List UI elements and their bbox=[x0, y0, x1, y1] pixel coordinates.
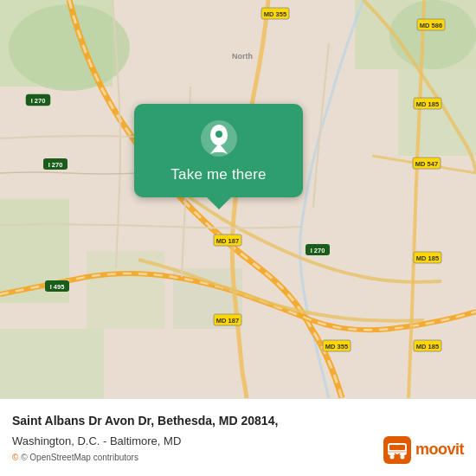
svg-text:MD 355: MD 355 bbox=[264, 10, 286, 18]
take-me-there-popup[interactable]: Take me there bbox=[134, 104, 303, 197]
svg-point-5 bbox=[9, 4, 130, 91]
svg-text:MD 355: MD 355 bbox=[325, 343, 348, 351]
svg-text:MD 185: MD 185 bbox=[416, 343, 439, 351]
svg-text:MD 187: MD 187 bbox=[216, 317, 239, 325]
svg-point-45 bbox=[400, 454, 404, 459]
city-line: Washington, D.C. - Baltimore, MD bbox=[12, 434, 181, 447]
map-container: North MD 355 MD 586 I 270 MD 185 I 270 M… bbox=[0, 0, 476, 398]
osm-credit-text: © OpenStreetMap contributors bbox=[21, 453, 138, 462]
moovit-brand-text: moovit bbox=[415, 441, 464, 459]
osm-credit-container: Washington, D.C. - Baltimore, MD © © Ope… bbox=[12, 433, 181, 464]
bottom-bar: Saint Albans Dr Avon Dr, Bethesda, MD 20… bbox=[0, 398, 476, 476]
map-pin-icon bbox=[200, 119, 238, 158]
svg-point-44 bbox=[389, 454, 394, 459]
svg-text:MD 185: MD 185 bbox=[416, 254, 439, 262]
svg-text:MD 185: MD 185 bbox=[416, 100, 439, 108]
take-me-there-label: Take me there bbox=[170, 166, 266, 183]
osm-copy-symbol: © bbox=[12, 453, 18, 462]
svg-text:I 270: I 270 bbox=[311, 247, 325, 254]
svg-text:I 270: I 270 bbox=[48, 161, 63, 169]
osm-credit: © © OpenStreetMap contributors bbox=[12, 453, 138, 462]
svg-rect-46 bbox=[387, 451, 408, 453]
bottom-footer: Washington, D.C. - Baltimore, MD © © Ope… bbox=[12, 433, 464, 464]
moovit-bus-icon bbox=[383, 436, 411, 464]
svg-text:MD 187: MD 187 bbox=[216, 237, 239, 245]
svg-point-47 bbox=[395, 445, 400, 450]
svg-text:North: North bbox=[232, 52, 253, 61]
svg-text:I 495: I 495 bbox=[50, 283, 65, 291]
svg-point-6 bbox=[389, 0, 476, 69]
svg-point-39 bbox=[215, 131, 222, 138]
svg-text:MD 586: MD 586 bbox=[420, 22, 442, 29]
moovit-logo: moovit bbox=[383, 436, 464, 464]
svg-rect-7 bbox=[0, 329, 104, 398]
svg-text:I 270: I 270 bbox=[31, 97, 46, 105]
svg-text:MD 547: MD 547 bbox=[415, 160, 438, 168]
address-line: Saint Albans Dr Avon Dr, Bethesda, MD 20… bbox=[12, 414, 464, 428]
